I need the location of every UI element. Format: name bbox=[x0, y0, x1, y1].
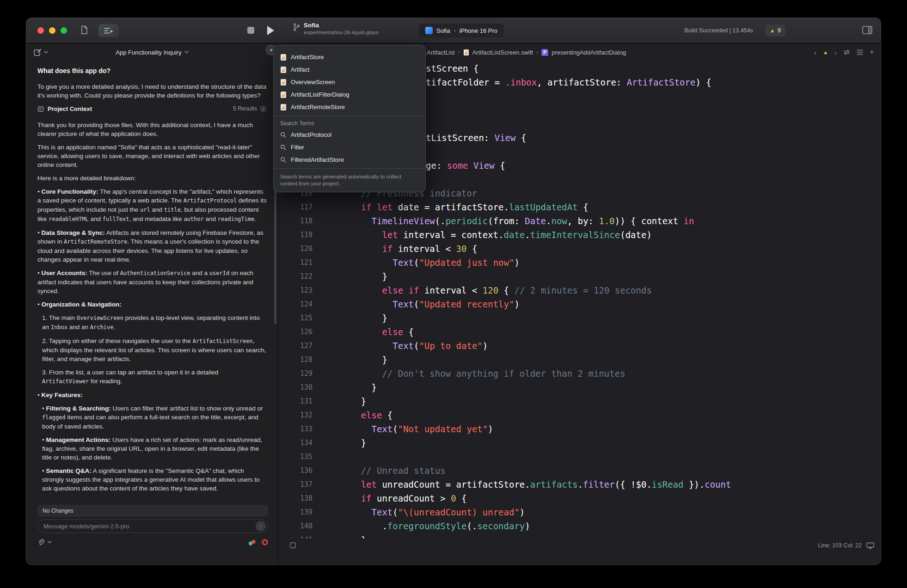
editor-status-bar: Line: 103 Col: 22 bbox=[279, 539, 881, 564]
code-line: 127 Text("Up to date") bbox=[279, 339, 881, 353]
search-icon bbox=[280, 132, 287, 138]
usage-indicator-icon[interactable] bbox=[262, 539, 268, 545]
run-destination[interactable]: iPhone 16 Pro bbox=[460, 27, 497, 34]
line-number: 131 bbox=[279, 394, 313, 408]
chat-paragraph: 3. From the list, a user can tap an arti… bbox=[37, 368, 267, 386]
chat-paragraph: Here is a more detailed breakdown: bbox=[37, 174, 267, 183]
popover-search-term[interactable]: Filter bbox=[274, 141, 425, 153]
warnings-badge[interactable]: ▲ 9 bbox=[765, 24, 785, 37]
close-button[interactable] bbox=[37, 27, 44, 34]
popover-file-item[interactable]: Artifact bbox=[274, 63, 425, 76]
popover-file-item[interactable]: ArtifactRemoteStore bbox=[274, 101, 425, 113]
issues-warning-icon[interactable]: ▲ bbox=[823, 49, 828, 55]
popover-file-item[interactable]: OverviewScreen bbox=[274, 76, 425, 88]
popover-search-term[interactable]: ArtifactProtocol bbox=[274, 129, 425, 141]
back-button[interactable]: ‹ bbox=[814, 49, 816, 56]
code-line: 118 TimelineView(.periodic(from: Date.no… bbox=[279, 214, 881, 228]
inspector-toggle-button[interactable] bbox=[862, 26, 872, 34]
branch-icon bbox=[293, 23, 300, 31]
breadcrumb: ArtifactList › ArtifactListScreen.swift … bbox=[427, 43, 626, 61]
line-number: 136 bbox=[279, 464, 313, 478]
clipped-code-line: tListScreen: View { bbox=[426, 131, 526, 145]
line-number: 129 bbox=[279, 367, 313, 380]
code-line: 122 } bbox=[279, 270, 881, 283]
project-context-icon bbox=[37, 106, 44, 112]
code-line: 117 if let date = artifactStore.lastUpda… bbox=[279, 200, 881, 214]
chat-input[interactable]: Message models/gemini-2.5-pro ↑ bbox=[37, 519, 268, 533]
line-number: 121 bbox=[279, 256, 313, 270]
chat-paragraph: To give you a more detailed analysis, I … bbox=[37, 82, 267, 100]
stop-button[interactable] bbox=[247, 27, 254, 34]
chat-paragraph: • Organization & Navigation: bbox=[37, 300, 267, 309]
chevron-down-icon[interactable] bbox=[44, 51, 48, 54]
line-number: 133 bbox=[279, 422, 313, 436]
display-icon[interactable] bbox=[866, 542, 874, 549]
chevron-right-icon: › bbox=[536, 49, 538, 55]
project-context-row[interactable]: Project Context 5 Results i bbox=[37, 104, 267, 113]
swift-file-icon bbox=[280, 54, 287, 61]
new-document-button[interactable] bbox=[81, 25, 88, 35]
code-line: 129 // Don't show anything if older than… bbox=[279, 367, 881, 380]
chat-paragraph: • Management Actions: Users have a rich … bbox=[37, 435, 267, 462]
run-button[interactable] bbox=[267, 26, 274, 35]
breadcrumb-file[interactable]: ArtifactListScreen.swift bbox=[472, 49, 533, 56]
popover-file-item[interactable]: ArtifactStore bbox=[274, 51, 425, 63]
branch-name: experimental/ios-26-liquid-glass bbox=[304, 30, 379, 35]
forward-button[interactable]: › bbox=[834, 49, 837, 56]
code-line: 135 bbox=[279, 450, 881, 464]
line-number: 126 bbox=[279, 325, 313, 339]
code-line: 126 else { bbox=[279, 325, 881, 339]
line-number: 120 bbox=[279, 242, 313, 256]
swift-file-icon bbox=[280, 66, 287, 74]
minimize-button[interactable] bbox=[49, 27, 55, 34]
code-line: 130 } bbox=[279, 380, 881, 394]
line-number: 117 bbox=[279, 200, 313, 214]
chat-title[interactable]: App Functionality Inquiry bbox=[26, 49, 278, 56]
chevron-down-icon[interactable] bbox=[48, 541, 52, 544]
xcode-window: Sofia experimental/ios-26-liquid-glass S… bbox=[26, 18, 881, 565]
compose-icon[interactable] bbox=[34, 49, 42, 56]
model-icon[interactable] bbox=[248, 539, 256, 546]
popover-search-term[interactable]: FilteredArtifactStore bbox=[274, 153, 425, 166]
line-number: 138 bbox=[279, 491, 313, 505]
send-button[interactable]: ↑ bbox=[256, 521, 266, 531]
code-line: 119 let interval = context.date.timeInte… bbox=[279, 228, 881, 242]
search-terms-label: Search Terms bbox=[274, 118, 425, 129]
minimap-icon[interactable] bbox=[857, 49, 863, 55]
chevron-right-icon: › bbox=[458, 49, 460, 55]
scheme-selector[interactable]: Sofia › iPhone 16 Pro bbox=[419, 24, 504, 37]
line-number: 123 bbox=[279, 283, 313, 297]
line-number: 118 bbox=[279, 214, 313, 228]
main-content: App Functionality Inquiry What does this… bbox=[26, 43, 881, 564]
code-line: 124 Text("Updated recently") bbox=[279, 297, 881, 311]
zoom-button[interactable] bbox=[61, 27, 67, 34]
code-line: 136 // Unread status bbox=[279, 464, 881, 478]
popover-file-item[interactable]: ArtifactListFilterDialog bbox=[274, 88, 425, 101]
scheme-name[interactable]: Sofia bbox=[436, 27, 450, 34]
swift-file-icon bbox=[280, 104, 287, 111]
project-status[interactable]: Sofia experimental/ios-26-liquid-glass bbox=[293, 22, 379, 35]
breakpoint-toggle-icon[interactable] bbox=[290, 542, 296, 548]
attach-icon[interactable] bbox=[37, 539, 45, 546]
add-editor-button[interactable]: + bbox=[870, 48, 874, 57]
chat-scrollbar[interactable] bbox=[274, 190, 276, 324]
line-number: 141 bbox=[279, 533, 313, 539]
chat-paragraph: • Data Storage & Sync: Artifacts are sto… bbox=[37, 228, 267, 264]
breadcrumb-group[interactable]: ArtifactList bbox=[427, 49, 455, 56]
swift-file-icon bbox=[280, 79, 287, 86]
info-icon[interactable]: i bbox=[260, 105, 267, 112]
code-line: 121 Text("Updated just now") bbox=[279, 256, 881, 270]
intelligence-button[interactable] bbox=[98, 24, 119, 37]
swift-file-icon bbox=[463, 49, 469, 56]
breadcrumb-member[interactable]: presentingAddArtifactDialog bbox=[552, 49, 626, 56]
chat-paragraph: • Core Functionality: The app's central … bbox=[37, 187, 267, 224]
code-line: 139 Text("\(unreadCount) unread") bbox=[279, 505, 881, 519]
chat-paragraph: This is an application named "Sofia" tha… bbox=[37, 143, 267, 169]
chat-paragraph: 1. The main OverviewScreen provides a to… bbox=[37, 313, 267, 332]
context-popover: ArtifactStore Artifact OverviewScreen Ar… bbox=[273, 45, 426, 192]
no-changes-bar[interactable]: No Changes bbox=[37, 505, 268, 517]
line-number: 122 bbox=[279, 270, 313, 283]
related-items-icon[interactable] bbox=[843, 49, 850, 55]
user-question: What does this app do? bbox=[37, 67, 267, 75]
traffic-lights bbox=[37, 27, 67, 34]
